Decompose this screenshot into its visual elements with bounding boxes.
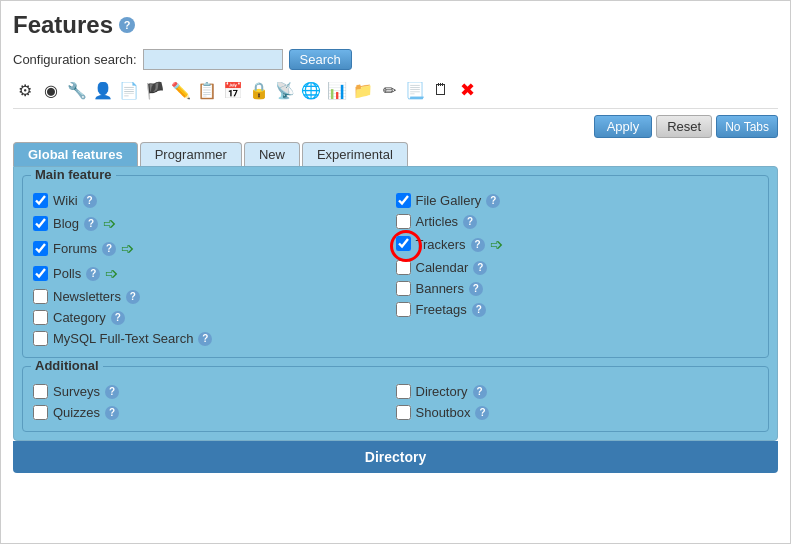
feature-file-gallery: File Gallery ? [396, 190, 759, 211]
main-features-grid: Wiki ? Blog ? ➩ Forums ? ➩ [33, 190, 758, 349]
search-button[interactable]: Search [289, 49, 352, 70]
toolbar-icon-doc[interactable]: 📄 [117, 78, 141, 102]
help-forums[interactable]: ? [102, 242, 116, 256]
help-mysql-fts[interactable]: ? [198, 332, 212, 346]
help-category[interactable]: ? [111, 311, 125, 325]
reset-button[interactable]: Reset [656, 115, 712, 138]
label-file-gallery: File Gallery [416, 193, 482, 208]
toolbar-icon-lock[interactable]: 🔒 [247, 78, 271, 102]
checkbox-blog[interactable] [33, 216, 48, 231]
help-polls[interactable]: ? [86, 267, 100, 281]
feature-freetags: Freetags ? [396, 299, 759, 320]
help-quizzes[interactable]: ? [105, 406, 119, 420]
feature-articles: Articles ? [396, 211, 759, 232]
toolbar-icon-clipboard[interactable]: 📋 [195, 78, 219, 102]
label-category: Category [53, 310, 106, 325]
toolbar-icon-folder[interactable]: 📁 [351, 78, 375, 102]
help-file-gallery[interactable]: ? [486, 194, 500, 208]
label-directory: Directory [416, 384, 468, 399]
feature-calendar: Calendar ? [396, 257, 759, 278]
help-articles[interactable]: ? [463, 215, 477, 229]
checkbox-category[interactable] [33, 310, 48, 325]
help-shoutbox[interactable]: ? [475, 406, 489, 420]
additional-section: Additional Surveys ? Quizzes ? [22, 366, 769, 432]
features-right-col: File Gallery ? Articles ? Trackers ? [396, 190, 759, 349]
feature-wiki: Wiki ? [33, 190, 396, 211]
toolbar-icon-list[interactable]: 🗒 [429, 78, 453, 102]
additional-features-grid: Surveys ? Quizzes ? Directory ? [33, 381, 758, 423]
label-articles: Articles [416, 214, 459, 229]
help-banners[interactable]: ? [469, 282, 483, 296]
feature-directory: Directory ? [396, 381, 759, 402]
config-search-input[interactable] [143, 49, 283, 70]
feature-category: Category ? [33, 307, 396, 328]
arrow-blog[interactable]: ➩ [103, 214, 116, 233]
toolbar-icon-edit[interactable]: ✏ [377, 78, 401, 102]
help-surveys[interactable]: ? [105, 385, 119, 399]
toolbar-icon-wrench[interactable]: 🔧 [65, 78, 89, 102]
toolbar-icon-calendar[interactable]: 📅 [221, 78, 245, 102]
feature-polls: Polls ? ➩ [33, 261, 396, 286]
help-wiki[interactable]: ? [83, 194, 97, 208]
checkbox-articles[interactable] [396, 214, 411, 229]
label-trackers: Trackers [416, 237, 466, 252]
checkbox-forums[interactable] [33, 241, 48, 256]
checkbox-file-gallery[interactable] [396, 193, 411, 208]
checkbox-shoutbox[interactable] [396, 405, 411, 420]
toolbar-icon-circle[interactable]: ◉ [39, 78, 63, 102]
toolbar-icon-rss[interactable]: 📡 [273, 78, 297, 102]
feature-mysql-fts: MySQL Full-Text Search ? [33, 328, 396, 349]
toolbar-icon-flag[interactable]: 🏴 [143, 78, 167, 102]
help-newsletters[interactable]: ? [126, 290, 140, 304]
toolbar-icon-close[interactable]: ✖ [455, 78, 479, 102]
feature-surveys: Surveys ? [33, 381, 396, 402]
apply-button[interactable]: Apply [594, 115, 653, 138]
label-mysql-fts: MySQL Full-Text Search [53, 331, 193, 346]
arrow-trackers[interactable]: ➩ [490, 235, 503, 254]
feature-banners: Banners ? [396, 278, 759, 299]
checkbox-trackers[interactable] [396, 236, 411, 251]
tab-global-features[interactable]: Global features [13, 142, 138, 166]
feature-forums: Forums ? ➩ [33, 236, 396, 261]
additional-left-col: Surveys ? Quizzes ? [33, 381, 396, 423]
toolbar-icon-stats[interactable]: 📊 [325, 78, 349, 102]
main-feature-legend: Main feature [31, 167, 116, 182]
checkbox-banners[interactable] [396, 281, 411, 296]
label-blog: Blog [53, 216, 79, 231]
checkbox-newsletters[interactable] [33, 289, 48, 304]
label-forums: Forums [53, 241, 97, 256]
toolbar-icon-page[interactable]: 📃 [403, 78, 427, 102]
no-tabs-button[interactable]: No Tabs [716, 115, 778, 138]
additional-legend: Additional [31, 358, 103, 373]
toolbar-icon-globe[interactable]: 🌐 [299, 78, 323, 102]
label-quizzes: Quizzes [53, 405, 100, 420]
toolbar-icon-pencil[interactable]: ✏️ [169, 78, 193, 102]
label-calendar: Calendar [416, 260, 469, 275]
checkbox-polls[interactable] [33, 266, 48, 281]
label-surveys: Surveys [53, 384, 100, 399]
help-directory[interactable]: ? [473, 385, 487, 399]
checkbox-calendar[interactable] [396, 260, 411, 275]
arrow-polls[interactable]: ➩ [105, 264, 118, 283]
checkbox-mysql-fts[interactable] [33, 331, 48, 346]
feature-newsletters: Newsletters ? [33, 286, 396, 307]
checkbox-quizzes[interactable] [33, 405, 48, 420]
config-search-row: Configuration search: Search [13, 49, 778, 70]
help-trackers[interactable]: ? [471, 238, 485, 252]
checkbox-wiki[interactable] [33, 193, 48, 208]
toolbar-icon-settings[interactable]: ⚙ [13, 78, 37, 102]
help-blog[interactable]: ? [84, 217, 98, 231]
checkbox-freetags[interactable] [396, 302, 411, 317]
title-help-icon[interactable]: ? [119, 17, 135, 33]
checkbox-directory[interactable] [396, 384, 411, 399]
tab-new[interactable]: New [244, 142, 300, 166]
checkbox-surveys[interactable] [33, 384, 48, 399]
toolbar-icon-user[interactable]: 👤 [91, 78, 115, 102]
icons-toolbar: ⚙ ◉ 🔧 👤 📄 🏴 ✏️ 📋 📅 🔒 📡 🌐 📊 📁 ✏ 📃 🗒 ✖ [13, 78, 778, 109]
help-freetags[interactable]: ? [472, 303, 486, 317]
tab-programmer[interactable]: Programmer [140, 142, 242, 166]
arrow-forums[interactable]: ➩ [121, 239, 134, 258]
tab-experimental[interactable]: Experimental [302, 142, 408, 166]
trackers-checkbox-wrapper [396, 236, 411, 254]
help-calendar[interactable]: ? [473, 261, 487, 275]
